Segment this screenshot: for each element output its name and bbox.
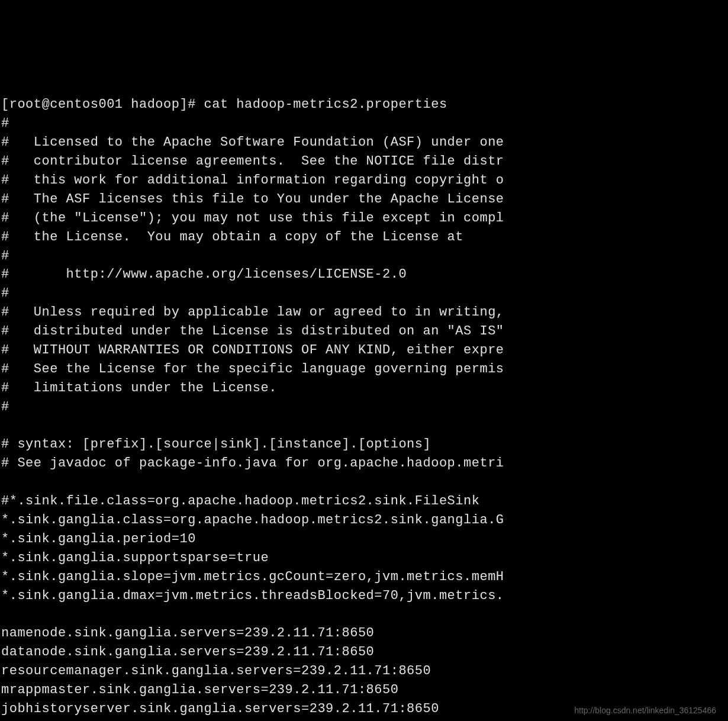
terminal-line: # Licensed to the Apache Software Founda… [1, 135, 504, 150]
terminal-line: *.sink.ganglia.supportsparse=true [1, 551, 269, 565]
terminal-line: *.sink.ganglia.class=org.apache.hadoop.m… [1, 513, 504, 527]
terminal-line: # [1, 116, 9, 131]
terminal-line: # See javadoc of package-info.java for o… [1, 456, 504, 471]
terminal-line: # Unless required by applicable law or a… [1, 305, 504, 320]
terminal-line: # http://www.apache.org/licenses/LICENSE… [1, 267, 407, 282]
terminal-line: # [1, 249, 9, 263]
terminal-line: #*.sink.file.class=org.apache.hadoop.met… [1, 494, 479, 508]
terminal-line: # [1, 400, 9, 414]
terminal-line: # The ASF licenses this file to You unde… [1, 192, 504, 207]
terminal-line: # [1, 286, 9, 301]
terminal-line: [root@centos001 hadoop]# cat hadoop-metr… [1, 97, 447, 112]
terminal-line: datanode.sink.ganglia.servers=239.2.11.7… [1, 645, 374, 659]
terminal-line: jobhistoryserver.sink.ganglia.servers=23… [1, 701, 439, 716]
terminal-line: # this work for additional information r… [1, 173, 504, 188]
terminal-line: resourcemanager.sink.ganglia.servers=239… [1, 664, 431, 678]
terminal-output[interactable]: [root@centos001 hadoop]# cat hadoop-metr… [1, 77, 727, 721]
terminal-line: # syntax: [prefix].[source|sink].[instan… [1, 437, 431, 452]
terminal-line: # contributor license agreements. See th… [1, 154, 504, 169]
terminal-line: *.sink.ganglia.slope=jvm.metrics.gcCount… [1, 569, 504, 584]
terminal-line: mrappmaster.sink.ganglia.servers=239.2.1… [1, 683, 398, 697]
terminal-line: *.sink.ganglia.period=10 [1, 532, 196, 546]
terminal-line: # WITHOUT WARRANTIES OR CONDITIONS OF AN… [1, 343, 504, 358]
terminal-line: # distributed under the License is distr… [1, 324, 504, 339]
watermark-text: http://blog.csdn.net/linkedin_36125466 [574, 704, 716, 716]
terminal-line: # (the "License"); you may not use this … [1, 211, 504, 226]
terminal-line: namenode.sink.ganglia.servers=239.2.11.7… [1, 626, 374, 640]
terminal-line: # limitations under the License. [1, 381, 277, 395]
terminal-line: *.sink.ganglia.dmax=jvm.metrics.threadsB… [1, 588, 504, 603]
terminal-line: # See the License for the specific langu… [1, 362, 504, 376]
terminal-line: # the License. You may obtain a copy of … [1, 230, 463, 244]
